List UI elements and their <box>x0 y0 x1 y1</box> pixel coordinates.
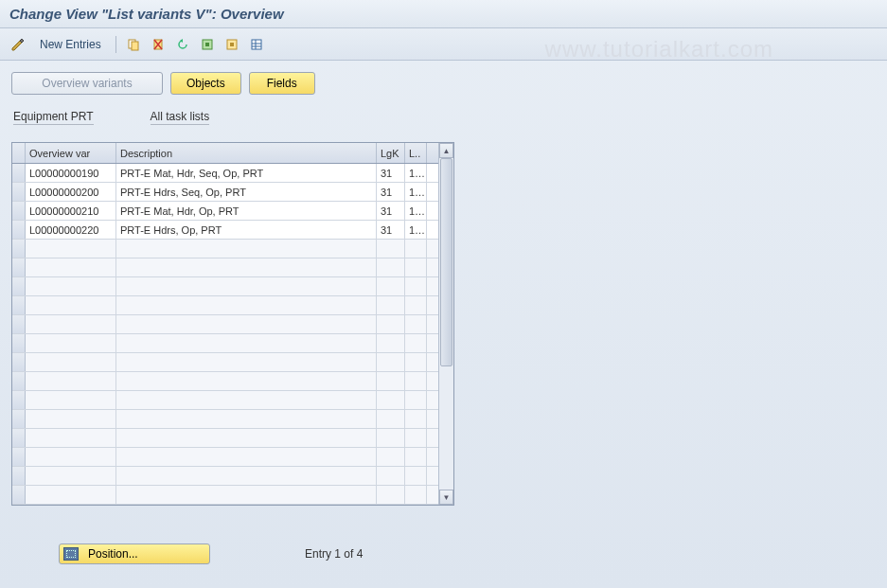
position-button[interactable]: Position... <box>59 543 210 564</box>
cell-lgk[interactable]: 31 <box>377 202 405 220</box>
table-row-empty <box>12 258 438 277</box>
tab-objects[interactable]: Objects <box>170 72 241 95</box>
col-header-overview[interactable]: Overview var <box>26 143 116 163</box>
scroll-up-icon[interactable]: ▲ <box>439 143 453 158</box>
svg-rect-7 <box>252 40 261 49</box>
cell-lgk[interactable]: 31 <box>377 164 405 182</box>
table-row-empty <box>12 315 438 334</box>
cell-l[interactable]: 1… <box>405 221 427 239</box>
table-row-empty <box>12 277 438 296</box>
row-selector[interactable] <box>12 315 26 333</box>
delete-icon[interactable] <box>148 34 169 55</box>
table-row-empty <box>12 334 438 353</box>
row-selector[interactable] <box>12 334 26 352</box>
table-row-empty <box>12 296 438 315</box>
table-row-empty <box>12 410 438 429</box>
scroll-down-icon[interactable]: ▼ <box>439 490 453 505</box>
scroll-track[interactable] <box>439 158 453 490</box>
variants-table: Overview var Description LgK L.. L000000… <box>11 142 454 506</box>
row-selector[interactable] <box>12 448 26 466</box>
col-header-lgk[interactable]: LgK <box>377 143 405 163</box>
table-row-empty <box>12 448 438 467</box>
table-row-empty <box>12 391 438 410</box>
table-row[interactable]: L00000000200PRT-E Hdrs, Seq, Op, PRT311… <box>12 183 438 202</box>
page-title: Change View "List variants V": Overview <box>0 0 887 28</box>
content-area: Overview variants Objects Fields Equipme… <box>0 61 887 576</box>
cell-l[interactable]: 1… <box>405 202 427 220</box>
cell-lgk[interactable]: 31 <box>377 221 405 239</box>
cell-description[interactable]: PRT-E Mat, Hdr, Op, PRT <box>116 202 377 220</box>
row-selector[interactable] <box>12 164 26 182</box>
cell-overview[interactable]: L00000000200 <box>26 183 116 201</box>
row-selector[interactable] <box>12 467 26 485</box>
row-selector[interactable] <box>12 410 26 428</box>
row-selector[interactable] <box>12 353 26 371</box>
subscreen-tabs: Overview variants Objects Fields <box>11 72 876 95</box>
cell-overview[interactable]: L00000000210 <box>26 202 116 220</box>
svg-rect-4 <box>205 43 209 46</box>
cell-overview[interactable]: L00000000220 <box>26 221 116 239</box>
filter-left: Equipment PRT <box>13 110 94 125</box>
cell-description[interactable]: PRT-E Hdrs, Op, PRT <box>116 221 377 239</box>
select-all-icon[interactable] <box>197 34 218 55</box>
row-selector[interactable] <box>12 372 26 390</box>
table-row[interactable]: L00000000190PRT-E Mat, Hdr, Seq, Op, PRT… <box>12 164 438 183</box>
row-selector[interactable] <box>12 258 26 276</box>
vertical-scrollbar[interactable]: ▲ ▼ <box>438 143 453 505</box>
cell-lgk[interactable]: 31 <box>377 183 405 201</box>
tab-overview-variants[interactable]: Overview variants <box>11 72 163 95</box>
separator <box>115 36 116 53</box>
copy-icon[interactable] <box>123 34 144 55</box>
row-selector[interactable] <box>12 221 26 239</box>
row-selector[interactable] <box>12 391 26 409</box>
row-selector[interactable] <box>12 296 26 314</box>
undo-icon[interactable] <box>172 34 193 55</box>
row-selector[interactable] <box>12 486 26 504</box>
table-row-empty <box>12 467 438 486</box>
position-icon <box>63 547 79 561</box>
col-header-l[interactable]: L.. <box>405 143 427 163</box>
deselect-all-icon[interactable] <box>222 34 242 55</box>
table-view-icon[interactable] <box>246 34 267 55</box>
entry-counter: Entry 1 of 4 <box>305 547 363 561</box>
position-label: Position... <box>88 547 138 561</box>
table-row[interactable]: L00000000220PRT-E Hdrs, Op, PRT311… <box>12 221 438 240</box>
table-row-empty <box>12 486 438 505</box>
cell-description[interactable]: PRT-E Mat, Hdr, Seq, Op, PRT <box>116 164 377 182</box>
scroll-thumb[interactable] <box>440 158 452 366</box>
toggle-change-icon[interactable] <box>8 34 28 55</box>
cell-overview[interactable]: L00000000190 <box>26 164 116 182</box>
cell-l[interactable]: 1… <box>405 183 427 201</box>
tab-fields[interactable]: Fields <box>249 72 315 95</box>
table-row-empty <box>12 353 438 372</box>
table-row-empty <box>12 429 438 448</box>
row-selector[interactable] <box>12 429 26 447</box>
row-selector[interactable] <box>12 277 26 295</box>
table-row-empty <box>12 372 438 391</box>
row-selector[interactable] <box>12 202 26 220</box>
filter-right: All task lists <box>151 110 210 125</box>
select-all-handle[interactable] <box>12 143 26 163</box>
new-entries-button[interactable]: New Entries <box>32 35 109 54</box>
toolbar: New Entries <box>0 28 887 61</box>
filter-row: Equipment PRT All task lists <box>11 110 876 125</box>
row-selector[interactable] <box>12 183 26 201</box>
cell-l[interactable]: 1… <box>405 164 427 182</box>
table-row[interactable]: L00000000210PRT-E Mat, Hdr, Op, PRT311… <box>12 202 438 221</box>
col-header-description[interactable]: Description <box>116 143 377 163</box>
row-selector[interactable] <box>12 240 26 258</box>
svg-rect-1 <box>132 42 138 50</box>
footer: Position... Entry 1 of 4 <box>11 543 876 564</box>
svg-rect-6 <box>230 43 234 46</box>
cell-description[interactable]: PRT-E Hdrs, Seq, Op, PRT <box>116 183 377 201</box>
table-header-row: Overview var Description LgK L.. <box>12 143 438 164</box>
table-row-empty <box>12 240 438 258</box>
